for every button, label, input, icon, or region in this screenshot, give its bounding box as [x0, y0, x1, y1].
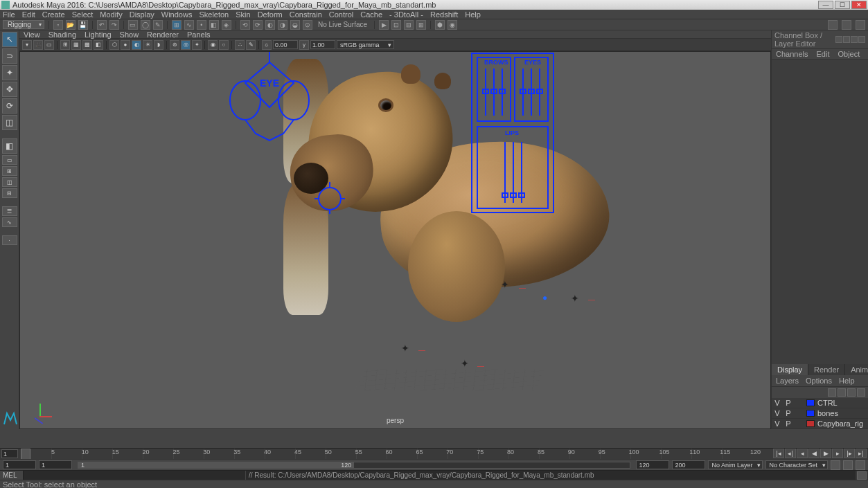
- exposure-field[interactable]: [273, 40, 298, 49]
- maximize-button[interactable]: ☐: [835, 1, 850, 9]
- range-start-inner-field[interactable]: [39, 460, 72, 469]
- open-scene-icon[interactable]: 📂: [66, 20, 76, 30]
- joint-pivot-icon[interactable]: ✦: [401, 343, 409, 354]
- menu-dtoall[interactable]: - 3DtoAll -: [389, 10, 423, 19]
- layer-playback-toggle[interactable]: P: [784, 409, 792, 417]
- layout-two-side[interactable]: ◫: [2, 177, 17, 187]
- layer-move-down-icon[interactable]: [838, 388, 846, 397]
- layer-menu-layers[interactable]: Layers: [776, 377, 799, 385]
- construction2-icon[interactable]: ◑: [278, 20, 287, 30]
- isolate2-icon[interactable]: ○: [219, 40, 229, 50]
- menu-control[interactable]: Control: [329, 10, 353, 19]
- current-frame-field[interactable]: [1, 449, 18, 458]
- wire-on-shaded-icon[interactable]: ⊛: [170, 40, 179, 50]
- xray-icon[interactable]: ◎: [181, 40, 191, 50]
- range-start-outer-field[interactable]: [3, 460, 36, 469]
- layer-row[interactable]: V P bones: [772, 408, 868, 419]
- layer-menu-options[interactable]: Options: [806, 377, 832, 385]
- menu-windows[interactable]: Windows: [161, 10, 193, 19]
- snap-grid-icon[interactable]: ⊞: [172, 20, 181, 30]
- menu-deform[interactable]: Deform: [258, 10, 283, 19]
- use-lights-icon[interactable]: ☀: [143, 40, 152, 50]
- move-tool[interactable]: ✥: [2, 82, 17, 97]
- image-plane-icon[interactable]: ▭: [44, 40, 54, 50]
- snap-plane-icon[interactable]: ◧: [209, 20, 219, 30]
- cb-icon1[interactable]: [835, 36, 842, 43]
- joint-pivot-icon[interactable]: ✦: [501, 279, 509, 290]
- redo-icon[interactable]: ↷: [109, 20, 119, 30]
- smooth-shade-icon[interactable]: ●: [121, 40, 130, 50]
- bookmark-icon[interactable]: 🎥: [33, 40, 43, 50]
- panel-menu-view[interactable]: View: [24, 30, 40, 39]
- panel-menu-show[interactable]: Show: [120, 30, 139, 39]
- layer-row[interactable]: V P CTRL: [772, 398, 868, 408]
- motion-trail-icon[interactable]: ∴: [235, 40, 245, 50]
- extra-toggle[interactable]: ·: [2, 235, 17, 245]
- close-button[interactable]: ✕: [851, 1, 867, 9]
- menu-edit[interactable]: Edit: [22, 10, 35, 19]
- exposure-icon[interactable]: ☼: [262, 40, 272, 50]
- step-back-key-button[interactable]: ◂|: [785, 449, 796, 458]
- panel-menu-lighting[interactable]: Lighting: [85, 30, 112, 39]
- history-icon[interactable]: ⟲: [240, 20, 250, 30]
- snap-live-icon[interactable]: ◈: [222, 20, 231, 30]
- wireframe-icon[interactable]: ⬡: [109, 40, 119, 50]
- layer-row[interactable]: V P Capybara_rig: [772, 419, 868, 429]
- layer-move-up-icon[interactable]: [828, 388, 836, 397]
- render-view-icon[interactable]: ⊞: [416, 20, 426, 30]
- layout-four[interactable]: ⊞: [2, 166, 17, 176]
- cb-icon3[interactable]: [851, 36, 858, 43]
- render-icon[interactable]: ▶: [379, 20, 389, 30]
- panel-menu-panels[interactable]: Panels: [187, 30, 211, 39]
- minimize-button[interactable]: —: [818, 1, 833, 9]
- layer-tab-anim[interactable]: Anim: [845, 364, 868, 375]
- menu-skeleton[interactable]: Skeleton: [199, 10, 229, 19]
- menu-cache[interactable]: Cache: [360, 10, 382, 19]
- menu-display[interactable]: Display: [130, 10, 154, 19]
- step-fwd-key-button[interactable]: |▸: [844, 449, 855, 458]
- xray-joints-icon[interactable]: ✦: [192, 40, 202, 50]
- undo-icon[interactable]: ↶: [97, 20, 107, 30]
- history-off-icon[interactable]: ⟳: [253, 20, 263, 30]
- snap-curve-icon[interactable]: ∿: [184, 20, 194, 30]
- panel-menu-shading[interactable]: Shading: [48, 30, 76, 39]
- set-key-button[interactable]: [843, 460, 853, 470]
- resolution-gate-icon[interactable]: ▩: [82, 40, 92, 50]
- paint-select-tool[interactable]: ✦: [2, 65, 17, 80]
- play-fwd-button[interactable]: ▶: [820, 449, 831, 458]
- prefs-button[interactable]: [856, 460, 865, 470]
- gamma-field[interactable]: [310, 40, 335, 49]
- go-end-button[interactable]: ▸|: [856, 449, 867, 458]
- layer-new-selected-icon[interactable]: [857, 388, 865, 397]
- play-back-button[interactable]: ◀: [808, 449, 820, 458]
- cb-menu-show[interactable]: Show: [864, 49, 868, 59]
- light-link-icon[interactable]: ◉: [448, 20, 457, 30]
- range-end-outer-field[interactable]: [672, 460, 705, 469]
- graph-toggle[interactable]: ∿: [2, 217, 17, 227]
- textured-icon[interactable]: ◐: [132, 40, 141, 50]
- layout-two-stack[interactable]: ⊟: [2, 188, 17, 198]
- joint-dot-icon[interactable]: ●: [542, 293, 547, 302]
- grid-icon[interactable]: ⊞: [60, 40, 70, 50]
- command-input[interactable]: [24, 471, 245, 480]
- render-settings-icon[interactable]: ⊟: [404, 20, 414, 30]
- cb-icon4[interactable]: [858, 36, 865, 43]
- panel-toggle1-icon[interactable]: [828, 20, 838, 30]
- cb-menu-channels[interactable]: Channels: [772, 49, 812, 59]
- ipr-icon[interactable]: ⊡: [391, 20, 401, 30]
- gamma-icon[interactable]: γ: [299, 40, 309, 50]
- save-scene-icon[interactable]: 💾: [78, 20, 88, 30]
- menu-modify[interactable]: Modify: [100, 10, 122, 19]
- step-fwd-button[interactable]: ▸: [832, 449, 843, 458]
- magnet-icon[interactable]: ⊙: [303, 20, 312, 30]
- menu-skin[interactable]: Skin: [236, 10, 250, 19]
- outliner-toggle[interactable]: ☰: [2, 206, 17, 216]
- menu-file[interactable]: File: [3, 10, 15, 19]
- lasso-tool[interactable]: ⊃: [2, 48, 17, 64]
- layer-visible-toggle[interactable]: V: [773, 409, 781, 417]
- gate-mask-icon[interactable]: ◧: [94, 40, 103, 50]
- layer-playback-toggle[interactable]: P: [784, 419, 792, 428]
- layer-tab-render[interactable]: Render: [808, 364, 845, 375]
- viewport-persp[interactable]: ✦ ✦ ✦ ✦ — — — — ● EYE: [19, 51, 771, 429]
- lasso-mode-icon[interactable]: ◯: [141, 20, 150, 30]
